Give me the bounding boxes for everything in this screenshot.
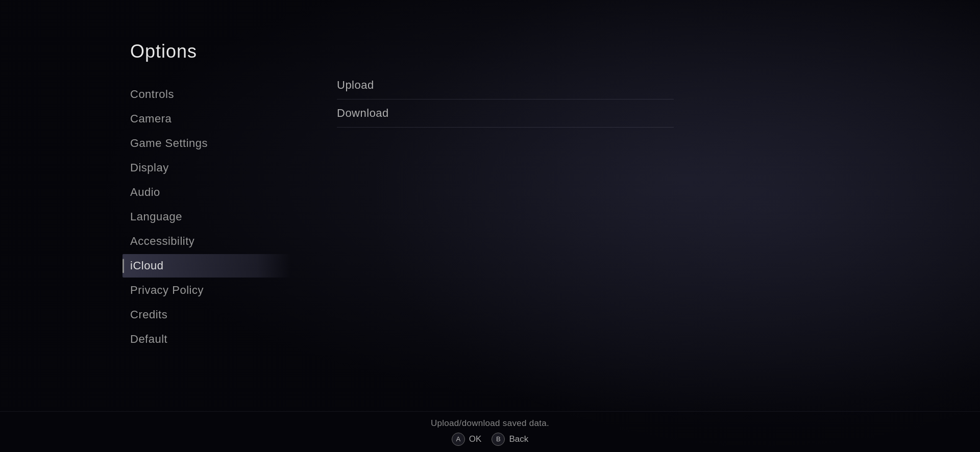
sidebar-item-default[interactable]: Default: [130, 328, 296, 351]
sidebar-item-privacy-policy[interactable]: Privacy Policy: [130, 279, 296, 302]
btn-hint-ok[interactable]: AOK: [452, 433, 482, 446]
sidebar-item-credits[interactable]: Credits: [130, 303, 296, 327]
hint-text: Upload/download saved data.: [431, 418, 549, 429]
main-content: Options ControlsCameraGame SettingsDispl…: [0, 0, 980, 452]
sidebar-item-camera[interactable]: Camera: [130, 107, 296, 131]
btn-key-back: B: [492, 433, 505, 446]
sidebar: Options ControlsCameraGame SettingsDispl…: [0, 0, 296, 452]
sidebar-item-game-settings[interactable]: Game Settings: [130, 132, 296, 155]
btn-key-ok: A: [452, 433, 465, 446]
option-item-upload[interactable]: Upload: [337, 71, 674, 99]
main-panel: UploadDownload: [296, 0, 980, 452]
sidebar-item-controls[interactable]: Controls: [130, 83, 296, 106]
btn-hint-back[interactable]: BBack: [492, 433, 528, 446]
sidebar-item-display[interactable]: Display: [130, 156, 296, 180]
button-hints: AOKBBack: [452, 433, 528, 446]
sidebar-item-language[interactable]: Language: [130, 205, 296, 229]
options-list: UploadDownload: [337, 71, 674, 128]
bottom-bar: Upload/download saved data. AOKBBack: [0, 411, 980, 452]
sidebar-item-icloud[interactable]: iCloud: [122, 254, 291, 278]
sidebar-item-audio[interactable]: Audio: [130, 181, 296, 204]
page-title: Options: [130, 41, 296, 62]
sidebar-item-accessibility[interactable]: Accessibility: [130, 230, 296, 253]
option-item-download[interactable]: Download: [337, 99, 674, 128]
btn-label-ok: OK: [469, 434, 482, 444]
btn-label-back: Back: [509, 434, 528, 444]
menu-list: ControlsCameraGame SettingsDisplayAudioL…: [130, 83, 296, 351]
